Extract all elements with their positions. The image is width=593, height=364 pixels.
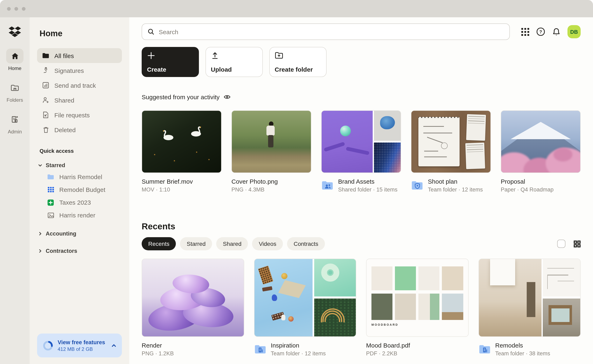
storage-usage: 412 MB of 2 GB <box>58 346 107 352</box>
file-title[interactable]: Cover Photo.png <box>231 178 278 185</box>
figure-pants <box>268 135 274 147</box>
sidebar-item-file-requests[interactable]: File requests <box>37 107 122 122</box>
thumbnail-render[interactable] <box>142 259 244 337</box>
person-add-icon <box>42 96 49 104</box>
main-content: ? DB Create <box>129 17 593 364</box>
window-zoom-button[interactable] <box>22 7 26 11</box>
sidebar-item-harris-render[interactable]: Harris render <box>37 209 122 221</box>
thumbnail-shoot-plan[interactable] <box>411 110 491 173</box>
file-card-mood-board: MOODBOARD Mood Board.pdf PDF · 2.2KB <box>366 259 469 357</box>
collage-sky-panel <box>254 259 313 336</box>
recents-filter-bar: Recents Starred Shared Videos Contracts <box>142 237 581 250</box>
select-all-checkbox[interactable] <box>557 240 565 248</box>
signature-pen-icon <box>42 67 49 74</box>
sidebar-group-label: Contractors <box>46 248 77 254</box>
sidebar-item-harris-remodel[interactable]: Harris Remodel <box>37 170 122 183</box>
create-folder-button[interactable]: Create folder <box>269 47 326 77</box>
figure-shirt <box>267 126 275 136</box>
sidebar-item-all-files[interactable]: All files <box>37 48 122 63</box>
sidebar-group-accounting[interactable]: Accounting <box>37 228 122 239</box>
team-folder-icon <box>478 344 491 355</box>
sidebar-group-label: Starred <box>46 162 65 168</box>
filter-chip-videos[interactable]: Videos <box>252 237 283 250</box>
paper-note <box>466 143 485 169</box>
sketch-line <box>423 126 444 127</box>
collage-sketch-panel <box>543 259 580 296</box>
file-subtitle: PNG · 4.3MB <box>231 187 278 193</box>
chevron-up-icon[interactable] <box>111 343 117 348</box>
rail-item-home[interactable]: Home <box>6 49 23 71</box>
eye-icon[interactable] <box>224 94 231 100</box>
thumbnail-remodels[interactable] <box>478 259 581 337</box>
thumbnail-brand-assets[interactable] <box>321 110 401 173</box>
leaf-speck <box>209 159 210 160</box>
file-title[interactable]: Proposal <box>501 178 554 185</box>
paper-line <box>469 116 485 117</box>
file-title[interactable]: Summer Brief.mov <box>142 178 193 185</box>
paper-note <box>466 114 486 141</box>
filter-chip-contracts[interactable]: Contracts <box>287 237 325 250</box>
recents-cards-row: Render PNG · 1.2KB <box>142 259 581 357</box>
avatar[interactable]: DB <box>567 25 581 38</box>
thumbnail-proposal[interactable] <box>501 110 581 173</box>
sidebar-item-remodel-budget[interactable]: Remodel Budget <box>37 183 122 196</box>
coin-shape <box>281 273 287 279</box>
paper-line <box>467 151 483 152</box>
file-title[interactable]: Render <box>142 342 174 349</box>
ribbon-shape <box>324 142 345 151</box>
folder-title[interactable]: Remodels <box>495 342 550 349</box>
chip-label: Shared <box>223 240 241 247</box>
thumbnail-inspiration[interactable] <box>254 259 356 337</box>
sketch-line <box>558 281 574 281</box>
thumbnail-cover-photo[interactable] <box>231 110 311 173</box>
thumbnail-mood-board[interactable]: MOODBOARD <box>366 259 469 337</box>
search-input[interactable] <box>159 28 504 35</box>
moodboard-label: MOODBOARD <box>371 323 463 326</box>
file-title[interactable]: Mood Board.pdf <box>366 342 410 349</box>
folder-title[interactable]: Shoot plan <box>428 178 483 185</box>
folder-title[interactable]: Inspiration <box>271 342 326 349</box>
window-close-button[interactable] <box>7 7 11 11</box>
sidebar-group-starred[interactable]: Starred <box>37 160 122 170</box>
sidebar-item-deleted[interactable]: Deleted <box>37 122 122 137</box>
create-button[interactable]: Create <box>142 47 199 77</box>
sidebar-item-signatures[interactable]: Signatures <box>37 63 122 78</box>
moodboard-tile <box>419 266 440 290</box>
screen: Home Folders <box>0 0 593 364</box>
create-folder-label: Create folder <box>275 66 313 73</box>
sidebar-item-shared[interactable]: Shared <box>37 93 122 107</box>
search-bar[interactable] <box>142 23 510 40</box>
window-glass-shape <box>551 308 570 322</box>
apps-grid-icon[interactable] <box>521 28 529 36</box>
rail-item-folders[interactable]: Folders <box>6 80 23 103</box>
moodboard-row <box>371 266 463 290</box>
thumbnail-summer-brief[interactable] <box>142 110 222 173</box>
rail-label: Admin <box>8 129 22 135</box>
help-icon[interactable]: ? <box>536 27 545 36</box>
sidebar-item-label: All files <box>54 52 74 59</box>
folder-subtitle: Team folder · 12 items <box>271 351 326 357</box>
sidebar-item-taxes-2023[interactable]: Taxes 2023 <box>37 196 122 209</box>
sidebar-group-contractors[interactable]: Contractors <box>37 245 122 256</box>
filter-chip-shared[interactable]: Shared <box>216 237 248 250</box>
notifications-bell-icon[interactable] <box>552 27 560 36</box>
filter-chip-starred[interactable]: Starred <box>180 237 212 250</box>
sidebar-item-send-and-track[interactable]: Send and track <box>37 78 122 93</box>
collage-wall-panel <box>543 299 580 336</box>
plus-icon <box>147 52 155 60</box>
storage-progress-ring <box>42 340 53 351</box>
window-controls[interactable] <box>7 7 26 11</box>
green-sheet-icon <box>47 199 54 206</box>
rail-item-admin[interactable]: Admin <box>6 112 23 135</box>
dropbox-logo-icon[interactable] <box>9 26 21 38</box>
sidebar-item-label: File requests <box>54 111 90 118</box>
filter-chip-recents[interactable]: Recents <box>142 237 176 250</box>
folder-title[interactable]: Brand Assets <box>338 178 398 185</box>
window-minimize-button[interactable] <box>14 7 18 11</box>
upload-button[interactable]: Upload <box>205 47 263 77</box>
app-window: Home Folders <box>0 0 593 364</box>
grid-view-icon[interactable] <box>574 240 581 247</box>
view-free-features-banner[interactable]: View free features 412 MB of 2 GB <box>37 333 122 358</box>
file-meta: Brand Assets Shared folder · 15 items <box>321 178 401 193</box>
sketch-line <box>547 268 574 269</box>
